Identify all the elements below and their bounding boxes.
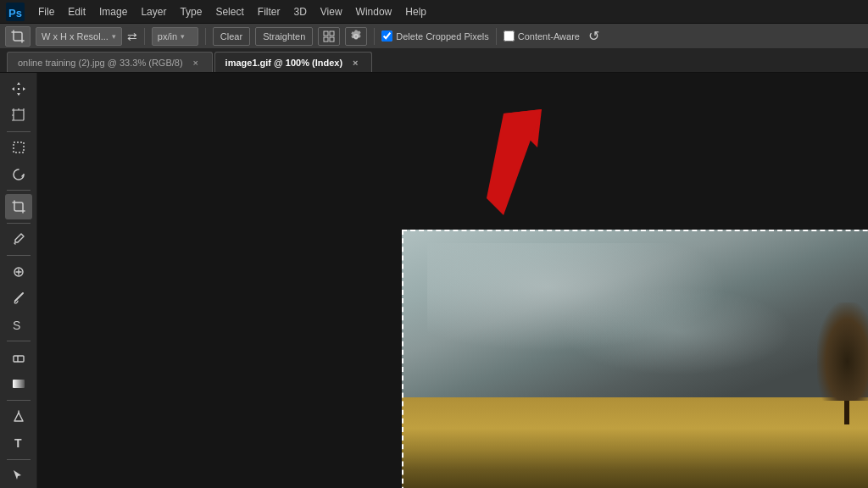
menu-layer[interactable]: Layer bbox=[135, 0, 172, 24]
brush-tool-button[interactable] bbox=[5, 286, 32, 310]
svg-rect-6 bbox=[18, 88, 19, 90]
menu-image[interactable]: Image bbox=[93, 0, 133, 24]
menu-file[interactable]: File bbox=[32, 0, 60, 24]
content-aware-label[interactable]: Content-Aware bbox=[504, 30, 580, 42]
toolbar-separator bbox=[7, 223, 31, 224]
svg-rect-2 bbox=[324, 31, 328, 36]
menu-window[interactable]: Window bbox=[350, 0, 398, 24]
chevron-down-icon: ▾ bbox=[181, 32, 185, 41]
menu-view[interactable]: View bbox=[314, 0, 348, 24]
menu-help[interactable]: Help bbox=[399, 0, 432, 24]
separator bbox=[374, 28, 375, 45]
toolbar-separator bbox=[7, 255, 31, 256]
tab-image1[interactable]: image1.gif @ 100% (Index) × bbox=[214, 52, 373, 72]
clone-stamp-button[interactable]: S bbox=[5, 313, 32, 337]
tab-bar: online training (2).jpg @ 33.3% (RGB/8) … bbox=[0, 49, 868, 73]
svg-marker-25 bbox=[487, 109, 542, 215]
separator bbox=[205, 28, 206, 45]
chevron-down-icon: ▾ bbox=[112, 32, 116, 41]
svg-rect-4 bbox=[324, 37, 328, 42]
svg-text:T: T bbox=[14, 436, 22, 450]
red-arrow-annotation bbox=[461, 105, 563, 215]
crop-preset-label: W x H x Resol... bbox=[42, 31, 108, 42]
svg-rect-19 bbox=[14, 356, 24, 362]
path-selection-button[interactable] bbox=[5, 463, 32, 488]
ps-logo: Ps bbox=[3, 0, 27, 24]
cloud-layer-2 bbox=[552, 284, 802, 379]
svg-rect-14 bbox=[14, 142, 24, 152]
canvas-area bbox=[37, 73, 868, 488]
clear-button[interactable]: Clear bbox=[213, 27, 250, 46]
menu-select[interactable]: Select bbox=[209, 0, 249, 24]
crop-outside-overlay-top bbox=[402, 73, 868, 230]
content-aware-text: Content-Aware bbox=[518, 31, 580, 42]
toolbar-separator bbox=[7, 190, 31, 191]
toolbar: S bbox=[0, 73, 37, 488]
ground-layer bbox=[402, 397, 868, 488]
menu-edit[interactable]: Edit bbox=[62, 0, 92, 24]
close-tab-icon[interactable]: × bbox=[190, 57, 202, 69]
reset-button[interactable]: ↺ bbox=[585, 27, 604, 46]
svg-marker-24 bbox=[504, 109, 542, 147]
marquee-tool-button[interactable] bbox=[5, 136, 32, 160]
content-aware-checkbox[interactable] bbox=[504, 30, 515, 42]
menu-filter[interactable]: Filter bbox=[252, 0, 287, 24]
toolbar-separator bbox=[7, 131, 31, 132]
type-tool-button[interactable]: T bbox=[5, 430, 32, 455]
crop-outside-overlay bbox=[37, 73, 402, 488]
crop-tool-button[interactable] bbox=[5, 194, 32, 219]
spot-healing-button[interactable] bbox=[5, 259, 32, 284]
options-bar: W x H x Resol... ▾ ⇄ px/in ▾ Clear Strai… bbox=[0, 24, 868, 49]
svg-text:S: S bbox=[13, 319, 20, 332]
canvas-image bbox=[402, 230, 868, 488]
move-tool-button[interactable] bbox=[5, 76, 32, 101]
units-dropdown[interactable]: px/in ▾ bbox=[152, 27, 198, 46]
svg-rect-5 bbox=[330, 37, 334, 42]
crop-tool-icon[interactable] bbox=[5, 26, 31, 47]
menu-type[interactable]: Type bbox=[174, 0, 208, 24]
delete-cropped-text: Delete Cropped Pixels bbox=[396, 31, 488, 42]
toolbar-separator bbox=[7, 400, 31, 401]
units-label: px/in bbox=[158, 31, 177, 42]
separator bbox=[144, 28, 145, 45]
svg-text:Ps: Ps bbox=[8, 7, 22, 19]
svg-rect-7 bbox=[14, 110, 24, 120]
settings-icon-button[interactable] bbox=[345, 27, 367, 46]
tab-online-training[interactable]: online training (2).jpg @ 33.3% (RGB/8) … bbox=[7, 52, 213, 72]
tab-label: image1.gif @ 100% (Index) bbox=[225, 58, 343, 68]
delete-cropped-label[interactable]: Delete Cropped Pixels bbox=[381, 30, 488, 42]
toolbar-separator bbox=[7, 459, 31, 460]
svg-rect-3 bbox=[330, 31, 334, 36]
tree-foliage bbox=[817, 302, 868, 400]
tree-trunk bbox=[844, 401, 849, 425]
svg-rect-21 bbox=[13, 380, 25, 388]
close-tab-icon[interactable]: × bbox=[349, 57, 361, 69]
grid-icon-button[interactable] bbox=[318, 27, 340, 46]
tree-layer bbox=[817, 302, 868, 424]
crop-preset-dropdown[interactable]: W x H x Resol... ▾ bbox=[36, 27, 122, 46]
lasso-tool-button[interactable] bbox=[5, 162, 32, 186]
pen-tool-button[interactable] bbox=[5, 404, 32, 429]
menu-bar: Ps File Edit Image Layer Type Select Fil… bbox=[0, 0, 868, 24]
eyedropper-tool-button[interactable] bbox=[5, 227, 32, 252]
menu-3d[interactable]: 3D bbox=[287, 0, 312, 24]
gradient-tool-button[interactable] bbox=[5, 372, 32, 396]
tab-label: online training (2).jpg @ 33.3% (RGB/8) bbox=[18, 58, 183, 68]
main-area: S bbox=[0, 73, 868, 488]
straighten-button[interactable]: Straighten bbox=[255, 27, 313, 46]
swap-dimensions-button[interactable]: ⇄ bbox=[127, 30, 137, 43]
toolbar-separator bbox=[7, 341, 31, 341]
eraser-tool-button[interactable] bbox=[5, 345, 32, 369]
separator bbox=[496, 28, 497, 45]
delete-cropped-checkbox[interactable] bbox=[381, 30, 392, 42]
artboard-tool-button[interactable] bbox=[5, 103, 32, 127]
crop-canvas[interactable] bbox=[402, 230, 868, 488]
